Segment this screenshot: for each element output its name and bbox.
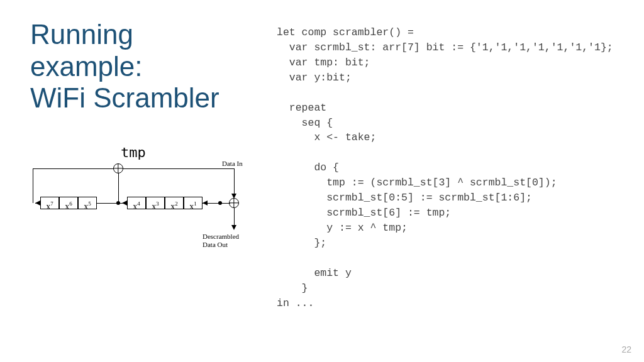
- data-in-label: Data In: [222, 160, 243, 168]
- wire: [234, 208, 235, 227]
- arrow-down-icon: [231, 225, 236, 230]
- xor-icon: [113, 163, 123, 173]
- wire: [33, 168, 234, 169]
- code-listing: let comp scrambler() = var scrmbl_st: ar…: [277, 25, 613, 311]
- scrambler-diagram: tmp Data In Descrambled Data Out x7 x6 x…: [26, 162, 265, 269]
- register-x5: x5: [78, 197, 97, 209]
- data-out-label: Descrambled Data Out: [203, 233, 239, 248]
- page-number: 22: [621, 344, 631, 354]
- title-line-3: WiFi Scrambler: [30, 82, 219, 113]
- title-line-1: Running: [30, 19, 133, 50]
- tmp-label: tmp: [121, 145, 146, 160]
- title-line-2: example:: [30, 51, 143, 82]
- register-x1: x1: [184, 197, 203, 209]
- arrow-left-icon: [203, 200, 208, 206]
- register-x7: x7: [40, 197, 59, 209]
- wire: [33, 168, 33, 203]
- register-x2: x2: [165, 197, 184, 209]
- register-x3: x3: [146, 197, 165, 209]
- wire: [118, 173, 119, 203]
- xor-icon: [229, 198, 239, 208]
- arrow-left-icon: [122, 200, 127, 206]
- register-x6: x6: [59, 197, 78, 209]
- slide-title: Running example: WiFi Scrambler: [30, 19, 219, 114]
- register-x4: x4: [127, 197, 146, 209]
